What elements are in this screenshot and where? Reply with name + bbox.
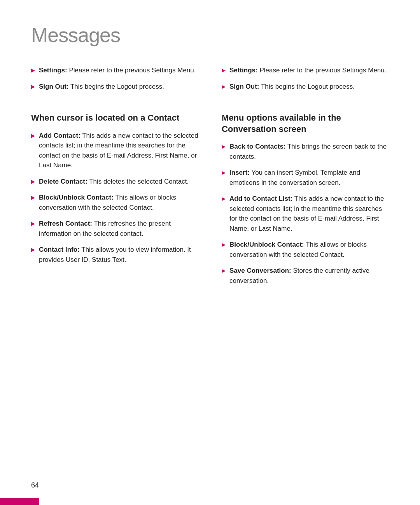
item-label: Add Contact: (39, 132, 80, 139)
list-item: ▶ Insert: You can insert Symbol, Templat… (222, 168, 389, 188)
arrow-icon: ▶ (222, 143, 226, 151)
list-item: ▶ Add to Contact List: This adds a new c… (222, 194, 389, 233)
arrow-icon: ▶ (222, 169, 226, 177)
right-initial-bullets: ▶ Settings: Please refer to the previous… (222, 65, 389, 98)
item-text: Delete Contact: This deletes the selecte… (39, 177, 198, 187)
item-label: Contact Info: (39, 246, 80, 253)
page-title: Messages (31, 23, 389, 47)
item-label: Sign Out: (39, 83, 68, 90)
item-text: Sign Out: This begins the Logout process… (229, 82, 389, 92)
pink-accent-bar (0, 498, 39, 505)
list-item: ▶ Settings: Please refer to the previous… (31, 65, 198, 75)
item-text: Refresh Contact: This refreshes the pres… (39, 219, 198, 238)
page-number: 64 (31, 481, 39, 489)
list-item: ▶ Block/Unblock Contact: This allows or … (222, 240, 389, 260)
left-initial-bullets: ▶ Settings: Please refer to the previous… (31, 65, 198, 98)
two-column-layout: ▶ Settings: Please refer to the previous… (31, 65, 389, 303)
item-label: Block/Unblock Contact: (39, 194, 114, 201)
item-text: Back to Contacts: This brings the screen… (229, 142, 389, 161)
item-text: Save Conversation: Stores the currently … (229, 266, 389, 286)
right-section-heading: Menu options available in the Conversati… (222, 112, 389, 135)
item-text: Sign Out: This begins the Logout process… (39, 82, 198, 92)
list-item: ▶ Add Contact: This adds a new contact t… (31, 131, 198, 170)
item-text: Insert: You can insert Symbol, Template … (229, 168, 389, 188)
left-column: ▶ Settings: Please refer to the previous… (31, 65, 198, 303)
item-label: Delete Contact: (39, 178, 88, 185)
item-text: Settings: Please refer to the previous S… (39, 65, 198, 75)
item-label: Back to Contacts: (229, 143, 286, 150)
list-item: ▶ Block/Unblock Contact: This allows or … (31, 193, 198, 212)
arrow-icon: ▶ (222, 67, 226, 74)
list-item: ▶ Delete Contact: This deletes the selec… (31, 177, 198, 187)
arrow-icon: ▶ (31, 220, 35, 228)
list-item: ▶ Sign Out: This begins the Logout proce… (222, 82, 389, 92)
arrow-icon: ▶ (31, 246, 35, 254)
list-item: ▶ Settings: Please refer to the previous… (222, 65, 389, 75)
arrow-icon: ▶ (222, 267, 226, 275)
item-label: Block/Unblock Contact: (229, 241, 304, 248)
arrow-icon: ▶ (31, 83, 35, 91)
item-label: Settings: (229, 67, 258, 74)
arrow-icon: ▶ (31, 132, 35, 140)
item-label: Insert: (229, 169, 250, 176)
arrow-icon: ▶ (31, 178, 35, 186)
right-section-bullets: ▶ Back to Contacts: This brings the scre… (222, 142, 389, 292)
list-item: ▶ Back to Contacts: This brings the scre… (222, 142, 389, 161)
item-text: Block/Unblock Contact: This allows or bl… (39, 193, 198, 212)
item-text: Add to Contact List: This adds a new con… (229, 194, 389, 233)
item-text: Contact Info: This allows you to view in… (39, 245, 198, 265)
item-label: Save Conversation: (229, 267, 291, 274)
item-text: Block/Unblock Contact: This allows or bl… (229, 240, 389, 260)
left-section-heading: When cursor is located on a Contact (31, 112, 198, 124)
item-label: Settings: (39, 67, 67, 74)
arrow-icon: ▶ (222, 83, 226, 91)
list-item: ▶ Contact Info: This allows you to view … (31, 245, 198, 265)
arrow-icon: ▶ (31, 67, 35, 74)
item-label: Add to Contact List: (229, 195, 292, 202)
item-label: Sign Out: (229, 83, 259, 90)
list-item: ▶ Sign Out: This begins the Logout proce… (31, 82, 198, 92)
item-text: Add Contact: This adds a new contact to … (39, 131, 198, 170)
right-column: ▶ Settings: Please refer to the previous… (222, 65, 389, 303)
list-item: ▶ Refresh Contact: This refreshes the pr… (31, 219, 198, 238)
item-text: Settings: Please refer to the previous S… (229, 65, 389, 75)
item-label: Refresh Contact: (39, 220, 92, 227)
arrow-icon: ▶ (222, 195, 226, 203)
arrow-icon: ▶ (31, 194, 35, 202)
list-item: ▶ Save Conversation: Stores the currentl… (222, 266, 389, 286)
arrow-icon: ▶ (222, 241, 226, 249)
left-section-bullets: ▶ Add Contact: This adds a new contact t… (31, 131, 198, 271)
